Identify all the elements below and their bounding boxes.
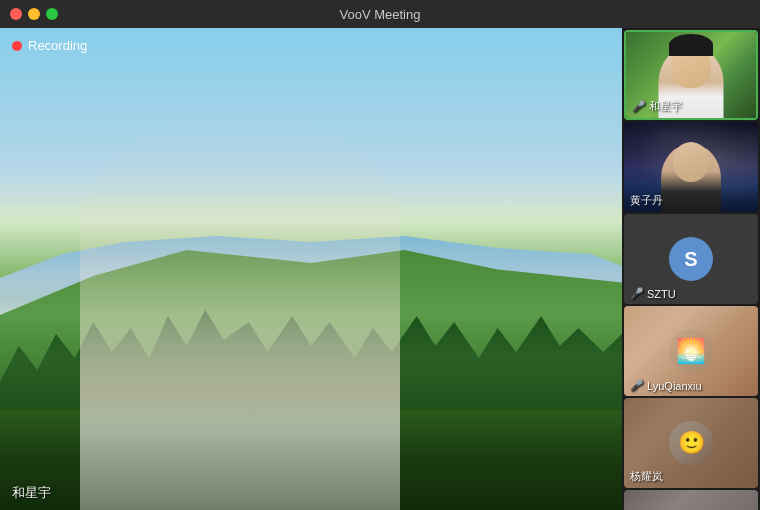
window-title: VooV Meeting [340, 7, 421, 22]
participant-tile-5[interactable]: 🙂 杨耀岚 [624, 398, 758, 488]
avatar-yang: 🙂 [669, 421, 713, 465]
mic-icon-3: 🎤 [630, 287, 644, 300]
title-bar: VooV Meeting [0, 0, 760, 28]
recording-badge: Recording [12, 38, 87, 53]
tile-label-3: 🎤 SZTU [630, 287, 676, 300]
sidebar: 🎤 和星宇 黄子丹 S 🎤 SZTU [622, 28, 760, 510]
avatar-lyu: 🌅 [669, 329, 713, 373]
mic-icon-1: 🎤 [632, 100, 646, 113]
main-area: Recording 和星宇 🎤 和星宇 [0, 28, 760, 510]
tile-bg-photo3: 🙂 [624, 490, 758, 510]
mic-icon-4: 🎤 [630, 379, 644, 392]
traffic-lights [10, 8, 58, 20]
main-video: Recording 和星宇 [0, 28, 622, 510]
tile-label-5: 杨耀岚 [630, 469, 663, 484]
participant-tile-6[interactable]: 🙂 [624, 490, 758, 510]
close-button[interactable] [10, 8, 22, 20]
speaker-name: 和星宇 [12, 484, 51, 502]
recording-dot [12, 41, 22, 51]
avatar-s: S [669, 237, 713, 281]
tile-label-1: 🎤 和星宇 [632, 99, 682, 114]
main-person-overlay [80, 110, 400, 510]
recording-label: Recording [28, 38, 87, 53]
participant-tile-2[interactable]: 黄子丹 [624, 122, 758, 212]
participant-tile-3[interactable]: S 🎤 SZTU [624, 214, 758, 304]
participant-tile-4[interactable]: 🌅 🎤 LyuQianxiu [624, 306, 758, 396]
participant-tile-1[interactable]: 🎤 和星宇 [624, 30, 758, 120]
tile-label-4: 🎤 LyuQianxiu [630, 379, 702, 392]
fullscreen-button[interactable] [46, 8, 58, 20]
minimize-button[interactable] [28, 8, 40, 20]
tile-label-2: 黄子丹 [630, 193, 663, 208]
